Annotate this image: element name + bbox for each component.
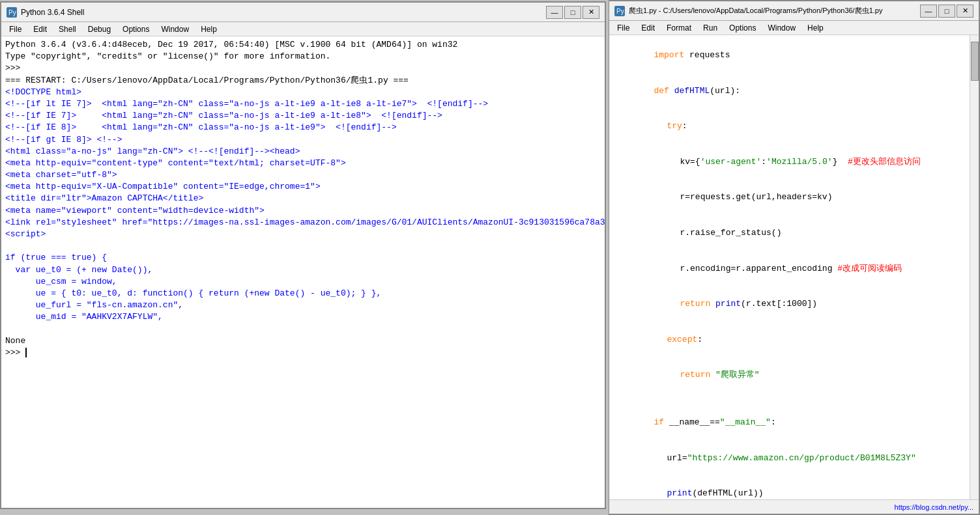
url-value: "https://www.amazon.cn/gp/product/B01M8L… [687, 453, 916, 463]
editor-line-2: def defHTML(url): [613, 74, 966, 109]
menu-options[interactable]: Options [117, 23, 154, 35]
kv-var: kv={ [680, 157, 700, 167]
prompt-cursor[interactable]: >>> [5, 347, 601, 359]
restart-line: === RESTART: C:/Users/lenovo/AppData/Loc… [5, 75, 601, 87]
html-line-1: <!DOCTYPE html> [5, 87, 601, 98]
r-encoding: r.encoding=r.apparent_encoding [680, 264, 832, 273]
main-str: "__main__" [720, 417, 771, 427]
comment-2: #改成可阅读编码 [832, 264, 902, 273]
kw-if: if [654, 417, 664, 427]
colon-kv: : [761, 157, 766, 167]
print-call-2: print [667, 488, 692, 498]
editor-title: 爬虫1.py - C:/Users/lenovo/AppData/Local/P… [629, 6, 882, 16]
html-line-18: ue_furl = "fls-cn.amazon.cn", [5, 299, 601, 311]
editor-menu-options[interactable]: Options [724, 22, 761, 34]
editor-menu-bar: File Edit Format Run Options Window Help [609, 21, 979, 35]
editor-menu-file[interactable]: File [612, 22, 635, 34]
blank-line [5, 324, 601, 335]
editor-line-7: r.encoding=r.apparent_encoding #改成可阅读编码 [613, 251, 966, 286]
html-line-11: <meta name="viewport" content="width=dev… [5, 205, 601, 217]
html-line-9: <meta http-equiv="X-UA-Compatible" conte… [5, 181, 601, 193]
header-line1: Python 3.6.4 (v3.6.4:d48eceb, Dec 19 201… [5, 39, 601, 51]
html-line-19: ue_mid = "AAHKV2X7AFYLW", [5, 311, 601, 323]
url-var: url= [667, 453, 687, 463]
editor-line-8: return print(r.text[:1000]) [613, 286, 966, 322]
shell-content[interactable]: Python 3.6.4 (v3.6.4:d48eceb, Dec 19 201… [1, 36, 605, 508]
module-requests: requests [684, 50, 730, 60]
builtin-print: print [715, 299, 741, 309]
ua-val: 'Mozilla/5.0' [766, 157, 832, 167]
html-line-15: var ue_t0 = (+ new Date()), [5, 264, 601, 276]
kw-def: def [654, 86, 669, 96]
main-check: __name__== [664, 417, 720, 427]
html-blank [5, 240, 601, 252]
editor-content[interactable]: import requests def defHTML(url): try: k… [609, 35, 970, 499]
html-line-13: <script> [5, 229, 601, 240]
kw-try: try [667, 121, 682, 131]
titlebar-controls[interactable]: — □ ✕ [546, 6, 599, 19]
html-line-8: <meta charset="utf-8"> [5, 169, 601, 181]
scrollbar-thumb[interactable] [971, 42, 979, 81]
menu-window[interactable]: Window [156, 23, 194, 35]
editor-titlebar: Py 爬虫1.py - C:/Users/lenovo/AppData/Loca… [609, 1, 979, 21]
editor-minimize-button[interactable]: — [920, 5, 937, 18]
kw-return2: return [680, 370, 710, 380]
html-line-14: if (true === true) { [5, 252, 601, 264]
html-line-12: <link rel="stylesheet" href="https://ima… [5, 217, 601, 229]
editor-line-4: kv={'user-agent':'Mozilla/5.0'} #更改头部信息访… [613, 145, 966, 180]
editor-line-12: if __name__=="__main__": [613, 405, 966, 441]
status-url: https://blog.csdn.net/py... [895, 503, 973, 511]
editor-line-6: r.raise_for_status() [613, 216, 966, 251]
close-button[interactable]: ✕ [583, 6, 599, 19]
none-line: None [5, 335, 601, 347]
kw-import: import [654, 50, 684, 60]
exception-str: "爬取异常" [715, 370, 760, 380]
editor-titlebar-controls[interactable]: — □ ✕ [920, 5, 973, 18]
editor-python-icon: Py [614, 6, 625, 16]
titlebar-left: Py Python 3.6.4 Shell [7, 7, 84, 18]
ua-key: 'user-agent' [700, 157, 762, 167]
menu-file[interactable]: File [4, 23, 27, 35]
kw-except: except [667, 335, 697, 344]
print-call [710, 299, 715, 309]
editor-menu-window[interactable]: Window [762, 22, 801, 34]
editor-maximize-button[interactable]: □ [938, 5, 955, 18]
html-line-3: <!--[if IE 7]> <html lang="zh-CN" class=… [5, 110, 601, 122]
html-line-16: ue_csm = window, [5, 276, 601, 288]
editor-line-9: except: [613, 322, 966, 358]
html-line-17: ue = { t0: ue_t0, d: function() { return… [5, 288, 601, 299]
editor-menu-format[interactable]: Format [661, 22, 697, 34]
editor-window: Py 爬虫1.py - C:/Users/lenovo/AppData/Loca… [609, 0, 980, 515]
r-get: r=requests.get(url,headers=kv) [680, 192, 832, 202]
editor-menu-edit[interactable]: Edit [636, 22, 660, 34]
editor-menu-run[interactable]: Run [698, 22, 723, 34]
kw-return1: return [680, 299, 710, 309]
menu-debug[interactable]: Debug [83, 23, 116, 35]
colon-main: : [771, 417, 776, 427]
editor-line-5: r=requests.get(url,headers=kv) [613, 180, 966, 216]
editor-line-3: try: [613, 109, 966, 145]
html-line-6: <html class="a-no-js" lang="zh-CN"> <!--… [5, 146, 601, 158]
shell-titlebar: Py Python 3.6.4 Shell — □ ✕ [1, 3, 605, 22]
menu-shell[interactable]: Shell [53, 23, 81, 35]
html-line-10: <title dir="ltr">Amazon CAPTCHA</title> [5, 193, 601, 204]
func-params: (url): [710, 86, 740, 96]
editor-line-13: url="https://www.amazon.cn/gp/product/B0… [613, 440, 966, 476]
html-line-2: <!--[if lt IE 7]> <html lang="zh-CN" cla… [5, 98, 601, 110]
menu-help[interactable]: Help [195, 23, 222, 35]
python-icon: Py [7, 7, 17, 18]
menu-edit[interactable]: Edit [28, 23, 52, 35]
editor-line-10: return "爬取异常" [613, 357, 966, 393]
scrollbar[interactable] [970, 35, 979, 499]
minimize-button[interactable]: — [546, 6, 563, 19]
prompt-initial: >>> [5, 63, 601, 74]
editor-row: import requests def defHTML(url): try: k… [609, 35, 979, 499]
header-line2: Type "copyright", "credits" or "license(… [5, 51, 601, 63]
html-line-7: <meta http-equiv="content-type" content=… [5, 158, 601, 169]
editor-close-button[interactable]: ✕ [957, 5, 973, 18]
html-line-5: <!--[if gt IE 8]> <!--> [5, 134, 601, 146]
editor-menu-help[interactable]: Help [802, 22, 829, 34]
svg-text:Py: Py [616, 8, 624, 15]
editor-status-bar: https://blog.csdn.net/py... [609, 499, 979, 514]
maximize-button[interactable]: □ [564, 6, 581, 19]
